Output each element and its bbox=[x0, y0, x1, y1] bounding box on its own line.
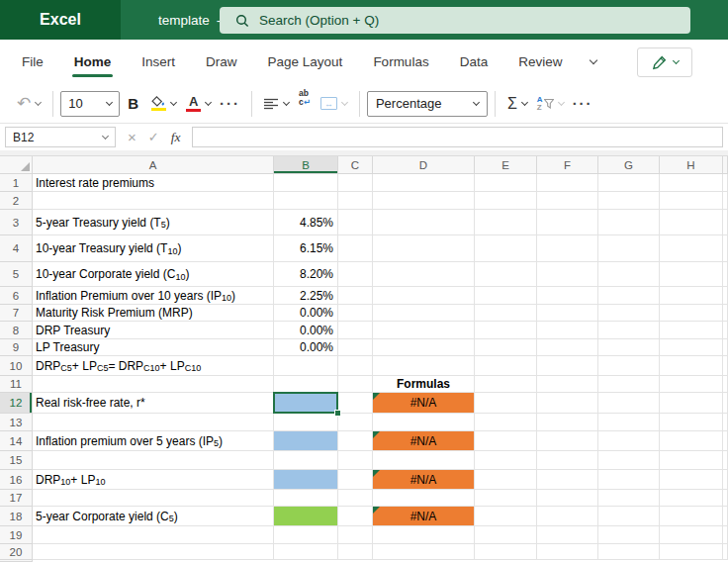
cell-C5[interactable] bbox=[338, 262, 373, 287]
row-header-19[interactable]: 19 bbox=[0, 526, 33, 544]
row-header-16[interactable]: 16 bbox=[0, 470, 33, 490]
number-format-dropdown[interactable]: Percentage bbox=[367, 91, 488, 117]
cell-B1[interactable] bbox=[274, 174, 338, 192]
chevron-down-icon[interactable] bbox=[283, 98, 290, 105]
cell-G1[interactable] bbox=[598, 174, 660, 192]
row-header-10[interactable]: 10 bbox=[0, 356, 33, 376]
autosum-button[interactable]: Σ bbox=[502, 89, 532, 119]
cell-D5[interactable] bbox=[373, 262, 475, 287]
cell-F6[interactable] bbox=[537, 287, 598, 305]
cell-C15[interactable] bbox=[338, 451, 373, 470]
cancel-icon[interactable]: × bbox=[128, 129, 136, 145]
fill-color-button[interactable] bbox=[146, 89, 181, 119]
row-header-13[interactable]: 13 bbox=[0, 414, 33, 431]
cell-F7[interactable] bbox=[537, 305, 598, 322]
cell-H6[interactable] bbox=[660, 287, 723, 305]
cell-D4[interactable] bbox=[373, 235, 475, 262]
cell-E16[interactable] bbox=[475, 470, 537, 490]
cell-A13[interactable] bbox=[33, 414, 274, 431]
cell-A15[interactable] bbox=[33, 451, 274, 470]
cell-F17[interactable] bbox=[537, 490, 598, 507]
tab-draw[interactable]: Draw bbox=[204, 48, 239, 75]
tab-home[interactable]: Home bbox=[72, 48, 114, 75]
cell-A10[interactable]: DRPC5 + LPC5 = DRPC10 + LPC10 bbox=[33, 356, 274, 376]
cell-F18[interactable] bbox=[537, 507, 598, 526]
cell-D20[interactable] bbox=[373, 544, 475, 560]
row-header-9[interactable]: 9 bbox=[0, 339, 33, 356]
undo-button[interactable]: ↶ bbox=[12, 89, 46, 119]
cell-B20[interactable] bbox=[274, 544, 338, 560]
cell-F5[interactable] bbox=[537, 262, 598, 287]
column-header-D[interactable]: D bbox=[373, 156, 475, 174]
cell-A18[interactable]: 5-year Corporate yield (C5) bbox=[33, 507, 274, 526]
cell-G9[interactable] bbox=[598, 339, 660, 356]
cell-C10[interactable] bbox=[338, 356, 373, 376]
cell-B3[interactable]: 4.85% bbox=[274, 210, 338, 235]
cell-G14[interactable] bbox=[598, 431, 660, 451]
cell-C7[interactable] bbox=[338, 305, 373, 322]
cell-F4[interactable] bbox=[537, 235, 598, 262]
tab-insert[interactable]: Insert bbox=[139, 48, 177, 75]
cell-E19[interactable] bbox=[475, 526, 537, 544]
cell-B18[interactable] bbox=[274, 507, 338, 526]
cell-E14[interactable] bbox=[475, 431, 537, 451]
cell-H12[interactable] bbox=[660, 393, 723, 414]
cell-A17[interactable] bbox=[33, 490, 274, 507]
cell-E12[interactable] bbox=[475, 393, 537, 414]
bold-button[interactable]: B bbox=[120, 89, 146, 119]
cell-H2[interactable] bbox=[660, 192, 723, 210]
cell-A2[interactable] bbox=[33, 192, 274, 210]
name-box[interactable]: B12 bbox=[5, 127, 116, 147]
cell-G2[interactable] bbox=[598, 192, 660, 210]
row-header-20[interactable]: 20 bbox=[0, 544, 33, 560]
cell-G8[interactable] bbox=[598, 322, 660, 339]
cell-A14[interactable]: Inflation premium over 5 years (IP5) bbox=[33, 431, 274, 451]
cell-A4[interactable]: 10-year Treasury yield (T10) bbox=[33, 235, 274, 262]
cell-H11[interactable] bbox=[660, 376, 723, 393]
cell-C6[interactable] bbox=[338, 287, 373, 305]
alignment-button[interactable] bbox=[259, 89, 294, 119]
cell-E4[interactable] bbox=[475, 235, 537, 262]
row-header-3[interactable]: 3 bbox=[0, 210, 33, 235]
font-color-button[interactable]: A bbox=[181, 89, 216, 119]
cell-G19[interactable] bbox=[598, 526, 660, 544]
cell-A12[interactable]: Real risk-free rate, r* bbox=[33, 393, 274, 414]
cell-B17[interactable] bbox=[274, 490, 338, 507]
cell-B19[interactable] bbox=[274, 526, 338, 544]
cell-E6[interactable] bbox=[475, 287, 537, 305]
cell-F12[interactable] bbox=[537, 393, 598, 414]
cell-B11[interactable] bbox=[274, 376, 338, 393]
row-header-7[interactable]: 7 bbox=[0, 305, 33, 322]
cell-D11[interactable]: Formulas bbox=[373, 376, 475, 393]
tab-file[interactable]: File bbox=[20, 48, 46, 75]
cell-C19[interactable] bbox=[338, 526, 373, 544]
cell-H15[interactable] bbox=[660, 451, 723, 470]
cell-C8[interactable] bbox=[338, 322, 373, 339]
cell-C1[interactable] bbox=[338, 174, 373, 192]
cell-G10[interactable] bbox=[598, 356, 660, 376]
cell-B13[interactable] bbox=[274, 414, 338, 431]
column-header-F[interactable]: F bbox=[537, 156, 598, 174]
cell-C13[interactable] bbox=[338, 414, 373, 431]
cell-H20[interactable] bbox=[660, 544, 723, 560]
cell-A8[interactable]: DRP Treasury bbox=[33, 322, 274, 339]
cell-E20[interactable] bbox=[475, 544, 537, 560]
column-header-G[interactable]: G bbox=[598, 156, 660, 174]
cell-A6[interactable]: Inflation Premium over 10 years (IP10) bbox=[33, 287, 274, 305]
cell-D10[interactable] bbox=[373, 356, 475, 376]
cell-E5[interactable] bbox=[475, 262, 537, 287]
cell-D8[interactable] bbox=[373, 322, 475, 339]
cell-F14[interactable] bbox=[537, 431, 598, 451]
tab-review[interactable]: Review bbox=[516, 48, 564, 75]
cell-F9[interactable] bbox=[537, 339, 598, 356]
cell-D2[interactable] bbox=[373, 192, 475, 210]
cell-E11[interactable] bbox=[475, 376, 537, 393]
chevron-down-icon[interactable] bbox=[170, 98, 177, 105]
cell-E18[interactable] bbox=[475, 507, 537, 526]
row-header-6[interactable]: 6 bbox=[0, 287, 33, 305]
cell-E9[interactable] bbox=[475, 339, 537, 356]
cell-H10[interactable] bbox=[660, 356, 723, 376]
row-header-4[interactable]: 4 bbox=[0, 235, 33, 262]
cell-C16[interactable] bbox=[338, 470, 373, 490]
chevron-down-icon[interactable] bbox=[35, 98, 42, 105]
